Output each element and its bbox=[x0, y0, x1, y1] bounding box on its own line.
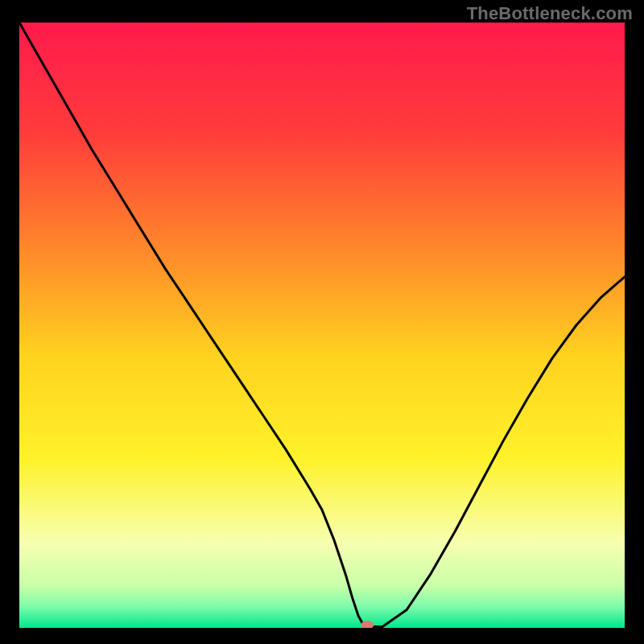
frame-left bbox=[0, 0, 19, 644]
optimal-point-marker bbox=[361, 621, 374, 629]
frame-right bbox=[625, 0, 644, 644]
chart-frame: TheBottleneck.com bbox=[0, 0, 644, 644]
frame-bottom bbox=[0, 628, 644, 644]
plot-background bbox=[19, 23, 625, 628]
watermark-text: TheBottleneck.com bbox=[467, 3, 633, 24]
bottleneck-chart bbox=[0, 0, 644, 644]
